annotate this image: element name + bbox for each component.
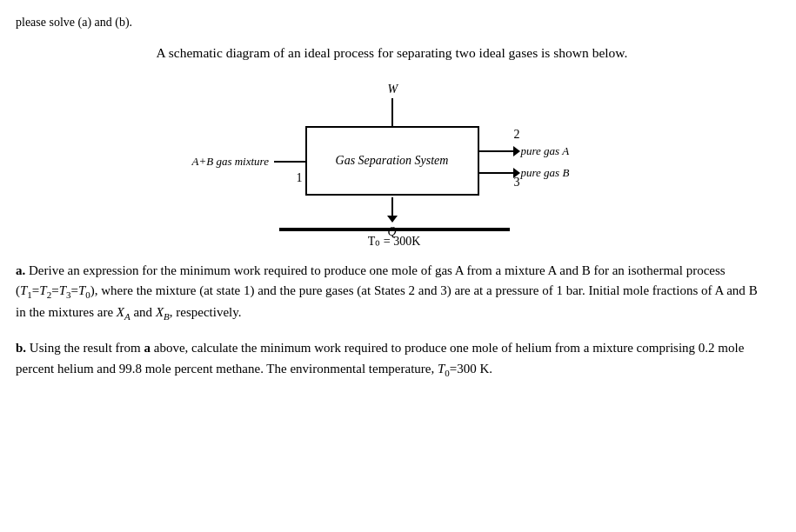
output-a-line — [479, 150, 514, 152]
t0-line — [279, 228, 510, 231]
gas-separation-box: Gas Separation System — [305, 126, 479, 196]
label-3: 3 — [514, 176, 520, 190]
t0-area: T₀ = 300K — [279, 228, 510, 249]
output-a-arrow: pure gas A — [479, 144, 570, 158]
label-1: 1 — [297, 171, 303, 185]
part-b-text: b. Using the result from a above, calcul… — [16, 338, 768, 380]
output-b-line — [479, 172, 514, 174]
label-2: 2 — [514, 128, 520, 142]
output-b-arrow: pure gas B — [479, 166, 570, 180]
output-b-label: pure gas B — [521, 166, 570, 180]
part-a-letter: a. — [16, 263, 25, 277]
input-label: A+B gas mixture — [192, 155, 269, 169]
w-label: W — [388, 83, 398, 96]
part-b-content: Using the result from a above, calculate… — [16, 341, 744, 375]
part-b-letter: b. — [16, 341, 26, 355]
t0-label: T₀ = 300K — [279, 234, 510, 249]
diagram-area: W A+B gas mixture 1 Gas Separation Syste… — [16, 78, 768, 252]
diagram-description: A schematic diagram of an ideal process … — [16, 45, 768, 61]
diagram-container: W A+B gas mixture 1 Gas Separation Syste… — [166, 78, 619, 252]
output-a-label: pure gas A — [521, 144, 570, 158]
input-arrow: A+B gas mixture — [192, 155, 318, 169]
gas-box-label: Gas Separation System — [336, 154, 449, 168]
part-a-text: a. Derive an expression for the minimum … — [16, 261, 768, 324]
intro-text: please solve (a) and (b). — [16, 16, 768, 30]
q-arrow-line — [391, 197, 393, 216]
part-a-content: Derive an expression for the minimum wor… — [16, 263, 758, 319]
and-connector: and — [726, 283, 746, 297]
part-b-ref: a — [144, 341, 151, 355]
